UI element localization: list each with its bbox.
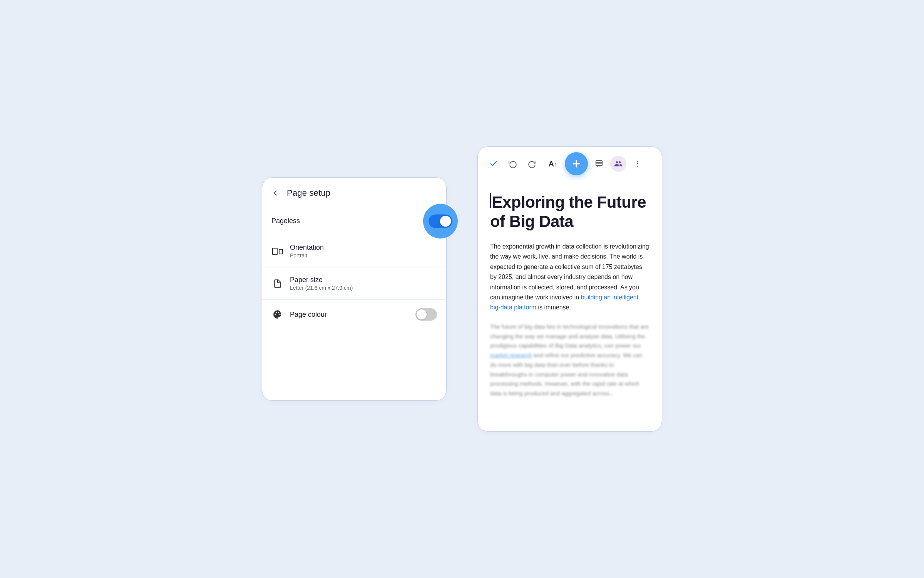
comments-button[interactable] xyxy=(591,156,607,172)
redo-button[interactable] xyxy=(524,156,540,172)
market-research-link: market research xyxy=(490,352,532,358)
orientation-icon xyxy=(271,245,284,257)
document-title: Exploring the Future of Big Data xyxy=(490,193,649,231)
more-button[interactable] xyxy=(629,156,646,172)
back-button[interactable] xyxy=(268,186,282,200)
paper-size-text: Paper size Letter (21.6 cm x 27.9 cm) xyxy=(290,276,437,291)
undo-button[interactable] xyxy=(505,156,521,172)
page-colour-text: Page colour xyxy=(290,311,415,319)
svg-point-8 xyxy=(637,163,638,165)
collaborators-button[interactable] xyxy=(610,156,626,172)
pageless-row: Pageless xyxy=(262,207,446,235)
palette-icon xyxy=(271,308,284,321)
document-content: Exploring the Future of Big Data The exp… xyxy=(478,181,662,431)
pageless-label-group: Pageless xyxy=(271,217,437,225)
pageless-toggle-bubble[interactable] xyxy=(423,204,458,239)
svg-point-9 xyxy=(637,166,638,167)
panel-header: Page setup xyxy=(262,178,446,207)
orientation-row[interactable]: Orientation Portrait xyxy=(262,235,446,267)
panel-title: Page setup xyxy=(287,188,331,198)
paragraph-1: The exponential growth in data collectio… xyxy=(490,242,649,313)
paragraph-2-blurred: The future of big data lies in technolog… xyxy=(490,322,649,398)
orientation-label: Orientation xyxy=(290,244,437,252)
svg-rect-2 xyxy=(596,161,603,166)
paper-size-label: Paper size xyxy=(290,276,437,284)
paper-size-row[interactable]: Paper size Letter (21.6 cm x 27.9 cm) xyxy=(262,267,446,300)
paper-size-sub: Letter (21.6 cm x 27.9 cm) xyxy=(290,285,437,291)
svg-point-7 xyxy=(637,161,638,162)
orientation-text: Orientation Portrait xyxy=(290,244,437,259)
page-colour-toggle[interactable] xyxy=(415,308,437,321)
add-fab-button[interactable] xyxy=(565,152,588,175)
check-button[interactable] xyxy=(485,156,502,172)
doc-toolbar: A ↕ xyxy=(478,147,662,181)
pageless-label: Pageless xyxy=(271,217,437,225)
page-colour-row: Page colour xyxy=(262,300,446,329)
text-cursor xyxy=(490,193,491,208)
pageless-toggle[interactable] xyxy=(429,214,452,228)
page-setup-panel: Page setup Pageless Orientation Portrait xyxy=(262,177,447,401)
orientation-sub: Portrait xyxy=(290,252,437,259)
paper-size-icon xyxy=(271,277,284,290)
font-button[interactable]: A ↕ xyxy=(543,156,562,172)
document-panel: A ↕ xyxy=(477,146,662,432)
page-colour-label: Page colour xyxy=(290,311,415,319)
